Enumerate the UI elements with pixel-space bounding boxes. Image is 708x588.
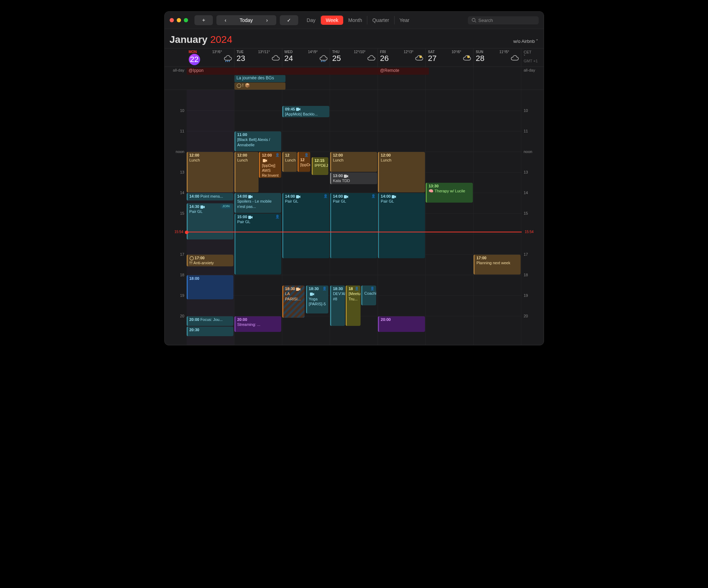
event[interactable]: 12Lunch [282,152,297,172]
calendar-filter[interactable]: w/o Airbnb ˅ [513,39,538,44]
svg-rect-16 [296,288,299,291]
day-column-mon[interactable]: 12:00Lunch14:00Point mens...JOIN14:30Pai… [187,90,234,345]
day-head-tue[interactable]: TUE2313°/11° [234,49,282,67]
event-title: Pair GL [333,199,375,204]
window-controls [170,18,188,22]
event-time: ◯ 17:00 [189,256,205,260]
video-icon [263,159,267,162]
day-column-sun[interactable]: 17:00Planning next week [474,90,521,345]
event[interactable]: JOIN14:30Pair GL [187,203,234,239]
timezone-label[interactable]: CET˅ GMT +1 [521,49,543,67]
event[interactable]: 👤18[Meetup] Tru... [346,285,361,326]
prev-button[interactable]: ‹ [216,15,235,25]
svg-line-6 [323,61,323,62]
allday-event[interactable]: ◯ ! 📦 [234,83,285,90]
event[interactable]: 20:00Focus: Jou... [187,316,234,326]
event[interactable]: 14:00Point mens... [187,193,234,200]
day-head-sat[interactable]: SAT2710°/6° [426,49,474,67]
view-month[interactable]: Month [343,16,367,24]
event[interactable]: 👤Coachin... [361,285,376,305]
day-column-sat[interactable]: 13:30🧠 Therapy w/ Lucile [426,90,474,345]
day-column-fri[interactable]: 12:00Lunch14:00Pair GL20:00 [378,90,426,345]
allday-event[interactable]: @Remote [378,68,429,75]
close-icon[interactable] [170,18,174,22]
svg-line-3 [227,61,227,62]
event[interactable]: ◯ 17:00!!! Anti-anxiety [187,255,234,266]
day-number: 25 [332,54,341,63]
event[interactable]: 09:45[AppMob] Backlo... [282,106,329,118]
day-number: 24 [284,54,293,63]
hour-label: 13 [524,170,528,174]
next-button[interactable]: › [258,15,276,25]
allday-event[interactable]: @Ippon [187,68,238,75]
maximize-icon[interactable] [184,18,188,22]
day-head-mon[interactable]: MON2213°/6° [187,49,234,67]
day-head-sun[interactable]: SUN2811°/5° [474,49,521,67]
event-time: 12 [285,153,289,157]
event-time: 14:00 [285,194,295,198]
event[interactable]: 18:00 [187,275,234,299]
event[interactable]: 👤14:00Pair GL [330,193,377,258]
event[interactable]: 12:00Lunch [330,152,377,172]
event[interactable]: 11:00[Black Belt] Alexis / Annabelle [234,131,282,151]
event[interactable]: 20:30 [187,327,234,336]
weather-icon [415,54,423,64]
check-button[interactable]: ✓ [280,15,298,25]
toolbar: ＋ ‹ Today › ✓ Day Week Month Quarter Yea… [165,12,544,29]
event[interactable]: 20:00 [378,316,425,332]
event[interactable]: 20:00Streaming: ... [234,316,282,332]
day-column-thu[interactable]: 12:00Lunch13:00Kata TDD👤14:00Pair GL18:3… [330,90,378,345]
allday-event[interactable] [234,68,381,75]
event[interactable]: 👤14:00Pair GL [282,193,329,258]
day-temp: 14°/9° [308,50,317,54]
event[interactable]: 18:30DEV'APÉRO #8 [330,285,345,326]
hour-label: 19 [524,293,528,298]
event[interactable]: 12:00Lunch [378,152,425,192]
join-button[interactable]: JOIN [220,204,232,209]
event[interactable]: 👤12:00[IppDej] AWS Re:Invent Re:C... [259,152,281,178]
event[interactable]: 13:30🧠 Therapy w/ Lucile [426,183,473,203]
hour-label: 14 [524,191,528,195]
event-time: 12:00 [237,153,247,157]
event-title: Pair GL [189,209,232,214]
search-input[interactable]: Search [468,16,539,24]
hour-label: 14 [180,191,184,195]
event-time: 13:30 [429,184,438,188]
weather-icon [319,54,328,64]
event-time: 12:00 [189,153,199,157]
day-head-thu[interactable]: THU2512°/10° [330,49,378,67]
day-head-fri[interactable]: FRI2612°/3° [378,49,426,67]
event-time: 17:00 [476,256,486,260]
title-row: January 2024 w/o Airbnb ˅ [165,29,544,48]
minimize-icon[interactable] [177,18,181,22]
day-column-wed[interactable]: 09:45[AppMob] Backlo...12Lunch👤12[IppDej… [282,90,330,345]
event[interactable]: 12:00Lunch [187,152,234,192]
event-title: Focus: Jou... [200,317,223,322]
view-quarter[interactable]: Quarter [367,16,394,24]
svg-rect-15 [296,195,299,198]
hour-label: noon [524,149,532,154]
event[interactable]: 👤15:00Pair GL [234,214,282,275]
day-header: MON2213°/6°TUE2313°/11°WED2414°/9°THU251… [165,48,544,67]
view-week[interactable]: Week [321,16,344,25]
hour-label: 15 [180,211,184,215]
event[interactable]: 14:00Pair GL [378,193,425,258]
event[interactable]: 12:15IPPDEJ... [312,157,328,175]
event-title: Planning next week [476,260,519,265]
now-time-right: 15:54 [524,230,535,234]
view-year[interactable]: Year [395,16,414,24]
today-button[interactable]: Today [236,15,256,25]
event[interactable]: 13:00Kata TDD [330,173,377,184]
view-day[interactable]: Day [302,16,321,24]
event[interactable]: 18:30LA PARISI... [282,285,305,318]
event[interactable]: 17:00Planning next week [474,255,521,275]
svg-rect-11 [263,159,266,162]
allday-event[interactable]: La journée des BGs [234,75,285,82]
event[interactable]: 14:00Spoilers - Le mobile n'est pas... [234,193,282,213]
event[interactable]: 👤12[IppDej... [298,152,310,172]
event[interactable]: 👤18:30Yoga [PARIS]-5 [306,285,328,313]
day-column-tue[interactable]: 11:00[Black Belt] Alexis / Annabelle12:0… [234,90,282,345]
add-button[interactable]: ＋ [194,15,213,25]
event[interactable]: 12:00Lunch [234,152,259,192]
day-head-wed[interactable]: WED2414°/9° [282,49,330,67]
